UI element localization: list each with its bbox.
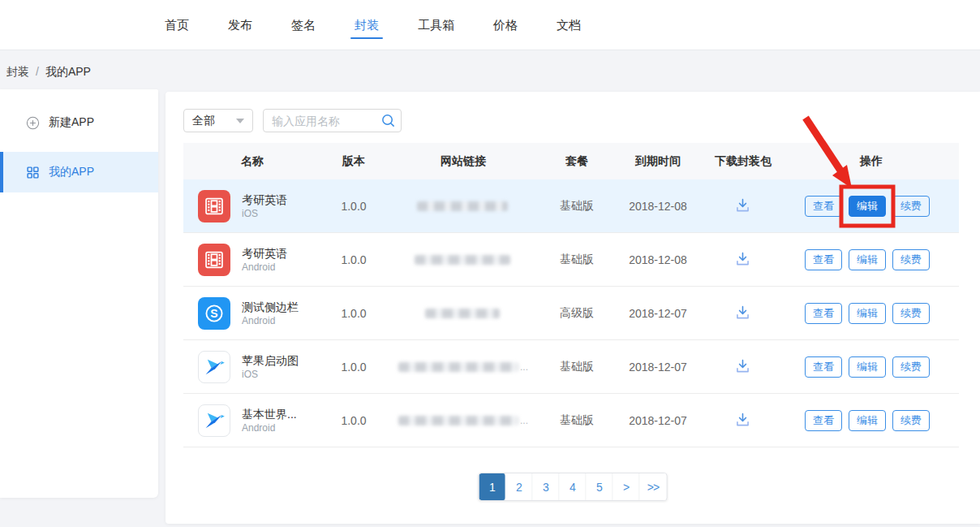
masked-url-ellipsis: ...	[520, 361, 528, 373]
filter-selected-value: 全部	[192, 114, 215, 128]
masked-url	[398, 416, 518, 425]
s-circle-icon: S	[198, 297, 230, 330]
search-box	[263, 109, 402, 132]
edit-button[interactable]: 编辑	[849, 249, 886, 270]
view-button[interactable]: 查看	[805, 356, 842, 378]
page-button-1[interactable]: 1	[479, 473, 506, 500]
grid-icon	[26, 166, 40, 179]
app-version: 1.0.0	[321, 361, 386, 374]
sidebar: 新建APP我的APP	[0, 89, 158, 498]
column-header-1: 版本	[321, 154, 386, 169]
edit-button[interactable]: 编辑	[849, 410, 886, 431]
nav-tab-4[interactable]: 工具箱	[418, 0, 454, 50]
sidebar-item-label: 新建APP	[49, 115, 94, 130]
edit-button[interactable]: 编辑	[849, 356, 886, 378]
view-button[interactable]: 查看	[805, 249, 842, 270]
page-button-5[interactable]: 5	[587, 473, 613, 500]
app-platform: Android	[242, 314, 299, 327]
masked-url	[425, 309, 500, 318]
download-icon[interactable]	[734, 251, 752, 268]
app-version: 1.0.0	[321, 200, 386, 213]
expiry-date: 2018-12-08	[613, 200, 703, 213]
renew-button[interactable]: 续费	[892, 303, 930, 324]
download-icon[interactable]	[734, 197, 752, 214]
app-name: 苹果启动图	[242, 353, 299, 368]
renew-button[interactable]: 续费	[892, 410, 930, 431]
masked-url	[417, 201, 508, 211]
plan-badge: 基础版	[540, 253, 613, 267]
page-button-3[interactable]: 3	[533, 473, 560, 500]
nav-tab-3[interactable]: 封装	[355, 0, 379, 50]
toolbar: 全部	[183, 109, 402, 132]
next-page-button[interactable]: >	[613, 473, 640, 500]
plan-badge: 高级版	[540, 306, 613, 321]
nav-tab-5[interactable]: 价格	[493, 0, 518, 50]
svg-text:S: S	[210, 306, 217, 319]
expiry-date: 2018-12-08	[613, 253, 703, 266]
table-row-2[interactable]: S 测试侧边栏 Android 1.0.0 高级版 2018-12-07 查看 …	[183, 287, 959, 340]
bird-icon	[198, 404, 230, 437]
renew-button[interactable]: 续费	[892, 196, 930, 217]
column-header-4: 到期时间	[613, 154, 703, 169]
nav-tab-1[interactable]: 发布	[228, 0, 252, 50]
app-name: 基本世界...	[242, 407, 297, 421]
renew-button[interactable]: 续费	[892, 356, 930, 378]
table-row-3[interactable]: 苹果启动图 iOS 1.0.0 ... 基础版 2018-12-07 查看 编辑…	[183, 340, 959, 394]
nav-tab-0[interactable]: 首页	[165, 0, 189, 50]
column-header-2: 网站链接	[386, 154, 540, 169]
last-page-button[interactable]: >>	[640, 473, 667, 500]
download-icon[interactable]	[734, 412, 752, 429]
view-button[interactable]: 查看	[805, 196, 842, 217]
page-button-4[interactable]: 4	[560, 473, 587, 500]
column-header-3: 套餐	[540, 154, 613, 169]
renew-button[interactable]: 续费	[892, 249, 930, 270]
app-version: 1.0.0	[321, 307, 386, 320]
nav-tab-2[interactable]: 签名	[291, 0, 316, 50]
masked-url	[415, 255, 510, 265]
plus-circle-icon	[26, 116, 40, 130]
breadcrumb-section[interactable]: 封装	[6, 65, 29, 78]
app-name: 测试侧边栏	[242, 300, 299, 314]
table-row-0[interactable]: 考研英语 iOS 1.0.0 基础版 2018-12-08 查看 编辑 续费	[183, 179, 959, 233]
app-platform: Android	[242, 421, 297, 434]
sidebar-item-1[interactable]: 我的APP	[0, 152, 158, 192]
table-row-4[interactable]: 基本世界... Android 1.0.0 ... 基础版 2018-12-07…	[183, 394, 959, 447]
film-icon	[198, 244, 230, 276]
table-row-1[interactable]: 考研英语 Android 1.0.0 基础版 2018-12-08 查看 编辑 …	[183, 233, 959, 287]
plan-badge: 基础版	[540, 360, 613, 374]
download-icon[interactable]	[734, 305, 752, 322]
app-name: 考研英语	[242, 192, 287, 207]
masked-url	[398, 362, 518, 372]
plan-badge: 基础版	[540, 413, 613, 428]
edit-button[interactable]: 编辑	[849, 303, 886, 324]
sidebar-item-label: 我的APP	[49, 165, 94, 179]
download-icon[interactable]	[734, 358, 752, 375]
sidebar-item-0[interactable]: 新建APP	[0, 102, 158, 143]
page-button-2[interactable]: 2	[506, 473, 533, 500]
app-platform: iOS	[242, 368, 299, 381]
nav-items: 首页发布签名封装工具箱价格文档	[165, 0, 620, 50]
app-platform: Android	[242, 261, 287, 274]
bird-icon	[198, 351, 230, 383]
search-icon[interactable]	[380, 113, 396, 128]
chevron-down-icon	[236, 119, 244, 123]
film-icon	[198, 190, 230, 222]
edit-button[interactable]: 编辑	[849, 196, 886, 217]
table-header-row: 名称版本网站链接套餐到期时间下载封装包操作	[183, 143, 959, 179]
column-header-5: 下载封装包	[703, 154, 784, 169]
breadcrumb-separator: /	[36, 65, 39, 78]
app-name: 考研英语	[242, 246, 287, 261]
app-table: 名称版本网站链接套餐到期时间下载封装包操作 考研英语 iOS 1.0.0 基础版…	[183, 143, 959, 447]
filter-dropdown[interactable]: 全部	[183, 109, 253, 132]
plan-badge: 基础版	[540, 199, 613, 214]
column-header-0: 名称	[183, 154, 321, 169]
masked-url-ellipsis: ...	[520, 415, 528, 426]
nav-tab-6[interactable]: 文档	[557, 0, 581, 50]
app-version: 1.0.0	[321, 253, 386, 266]
view-button[interactable]: 查看	[805, 410, 842, 431]
view-button[interactable]: 查看	[805, 303, 842, 324]
pagination: 12345>>>	[479, 473, 668, 501]
expiry-date: 2018-12-07	[613, 307, 703, 320]
breadcrumb: 封装/我的APP	[6, 65, 91, 80]
expiry-date: 2018-12-07	[613, 414, 703, 427]
